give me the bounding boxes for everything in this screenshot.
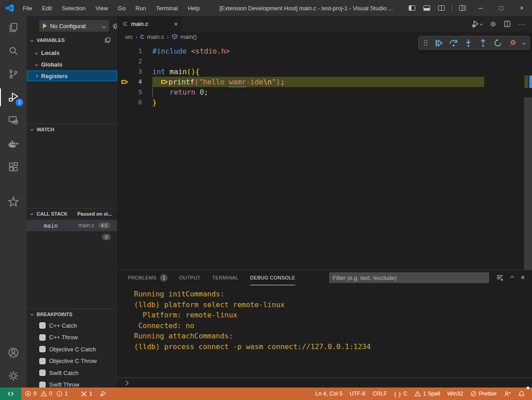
copy-value-icon[interactable] xyxy=(105,37,111,43)
breakpoint-checkbox[interactable] xyxy=(39,382,46,388)
activity-docker[interactable] xyxy=(0,132,27,155)
debug-config-dropdown[interactable]: No Configurat xyxy=(39,20,109,32)
encoding-status[interactable]: UTF-8 xyxy=(346,388,369,400)
breakpoint-item[interactable]: C++ Throw xyxy=(27,332,117,343)
activity-wamr-ide[interactable] xyxy=(0,190,27,213)
breadcrumb-file[interactable]: main.c xyxy=(147,33,164,40)
breadcrumb-symbol[interactable]: main() xyxy=(180,33,197,40)
customize-layout-icon[interactable] xyxy=(459,5,466,11)
activity-explorer[interactable] xyxy=(0,16,27,39)
variables-item-globals[interactable]: Globals xyxy=(27,59,117,70)
code-line[interactable]: 6} xyxy=(117,97,532,108)
step-over-icon[interactable] xyxy=(449,39,458,47)
breakpoint-checkbox[interactable] xyxy=(39,322,46,329)
code-token: #include xyxy=(152,47,191,55)
clear-console-icon[interactable] xyxy=(496,274,503,281)
ports-status[interactable]: 1 xyxy=(77,388,96,400)
problems-status[interactable]: 0 0 1 xyxy=(21,388,71,400)
variables-item-registers[interactable]: Registers xyxy=(27,71,117,81)
close-tab-icon[interactable]: × xyxy=(174,21,178,28)
settings-gear-icon[interactable] xyxy=(490,21,497,28)
spell-status[interactable]: 1 Spell xyxy=(411,388,444,400)
breakpoint-checkbox[interactable] xyxy=(39,334,46,341)
step-out-icon[interactable] xyxy=(479,39,487,47)
start-debug-icon[interactable] xyxy=(43,23,47,29)
language-status[interactable]: { } C xyxy=(391,388,411,400)
more-actions-icon[interactable]: ··· xyxy=(518,20,526,28)
menu-run[interactable]: Run xyxy=(131,3,150,13)
activity-search[interactable] xyxy=(0,39,27,62)
chevron-down-icon[interactable] xyxy=(523,41,526,44)
section-watch[interactable]: WATCH xyxy=(27,124,117,134)
breakpoint-checkbox[interactable] xyxy=(39,358,46,364)
section-label: CALL STACK xyxy=(37,211,67,217)
activity-account[interactable] xyxy=(0,341,27,364)
code-line[interactable]: 2 xyxy=(117,56,532,67)
toolbar-drag-grip[interactable] xyxy=(423,39,428,46)
section-breakpoints[interactable]: BREAKPOINTS xyxy=(27,308,117,319)
restart-icon[interactable] xyxy=(494,39,502,47)
toggle-sidebar-icon[interactable] xyxy=(409,5,415,11)
breakpoint-item[interactable]: C++ Catch xyxy=(27,320,117,331)
platform-status[interactable]: Win32 xyxy=(444,388,466,400)
debug-status[interactable] xyxy=(96,388,110,400)
step-into-icon[interactable] xyxy=(464,39,473,47)
code-editor[interactable]: 1#include <stdio.h>23int main(){4 printf… xyxy=(117,42,532,286)
menu-help[interactable]: Help xyxy=(184,3,204,13)
variables-item-locals[interactable]: Locals xyxy=(27,47,117,58)
breakpoint-item[interactable]: Objective C Throw xyxy=(27,356,117,367)
chevron-down-icon xyxy=(30,312,34,316)
continue-icon[interactable] xyxy=(435,39,443,47)
formatter-status[interactable]: Prettier xyxy=(467,388,500,400)
activity-extensions[interactable] xyxy=(0,155,27,179)
stack-frame-row[interactable]: main main.c 4:5 xyxy=(27,220,117,231)
tab-problems[interactable]: PROBLEMS 1 xyxy=(128,270,168,285)
menu-terminal[interactable]: Terminal xyxy=(152,3,182,13)
feedback-status[interactable] xyxy=(500,388,515,400)
code-line[interactable]: 4 printf("hello wamr-ide\n"); xyxy=(117,77,532,87)
toggle-secondary-sidebar-icon[interactable] xyxy=(438,5,445,11)
activity-run-debug[interactable]: 1 xyxy=(0,86,27,109)
console-input-row[interactable] xyxy=(117,378,532,388)
disconnect-icon[interactable] xyxy=(508,39,517,47)
console-filter-input[interactable] xyxy=(329,272,489,283)
menu-edit[interactable]: Edit xyxy=(38,3,56,13)
tab-output[interactable]: OUTPUT xyxy=(179,270,201,285)
maximize-panel-icon[interactable] xyxy=(510,275,514,280)
menu-view[interactable]: View xyxy=(92,3,112,13)
cursor-position[interactable]: Ln 4, Col 5 xyxy=(312,388,346,400)
code-text: int main(){ xyxy=(152,67,200,77)
activity-source-control[interactable] xyxy=(0,62,27,86)
tab-main-c[interactable]: C main.c × xyxy=(117,16,182,32)
tab-debug-console[interactable]: DEBUG CONSOLE xyxy=(250,270,295,285)
editor-scrollbar[interactable] xyxy=(524,97,532,270)
tab-terminal[interactable]: TERMINAL xyxy=(212,270,239,285)
breakpoint-checkbox[interactable] xyxy=(39,346,46,352)
eol-status[interactable]: CRLF xyxy=(369,388,391,400)
section-call-stack[interactable]: CALL STACK Paused on st... xyxy=(27,208,117,219)
run-or-debug-button[interactable] xyxy=(472,20,482,28)
remote-indicator[interactable] xyxy=(0,388,21,400)
section-variables[interactable]: VARIABLES xyxy=(27,35,117,46)
menu-selection[interactable]: Selection xyxy=(58,3,89,13)
activity-settings[interactable] xyxy=(0,364,27,388)
minimize-button[interactable]: ─ xyxy=(470,0,491,16)
configure-gear-icon[interactable] xyxy=(112,22,117,30)
breakpoint-checkbox[interactable] xyxy=(39,370,46,376)
split-editor-icon[interactable] xyxy=(504,21,511,27)
maximize-button[interactable]: □ xyxy=(491,0,511,16)
breakpoint-item[interactable]: Swift Catch xyxy=(27,367,117,378)
activity-remote-explorer[interactable] xyxy=(0,109,27,132)
code-line[interactable]: 5 return 0; xyxy=(117,87,532,97)
breakpoint-item[interactable]: Objective C Catch xyxy=(27,344,117,354)
breakpoint-item[interactable]: Swift Throw xyxy=(27,379,117,388)
notifications-status[interactable] xyxy=(515,388,528,400)
menu-go[interactable]: Go xyxy=(114,3,130,13)
code-line[interactable]: 3int main(){ xyxy=(117,67,532,77)
toggle-panel-icon[interactable] xyxy=(423,5,430,11)
thread-row[interactable]: 0 xyxy=(27,234,117,240)
breadcrumb-src[interactable]: src xyxy=(125,33,133,40)
close-panel-icon[interactable]: × xyxy=(521,274,525,282)
close-button[interactable]: × xyxy=(511,0,532,16)
menu-file[interactable]: File xyxy=(19,3,36,13)
